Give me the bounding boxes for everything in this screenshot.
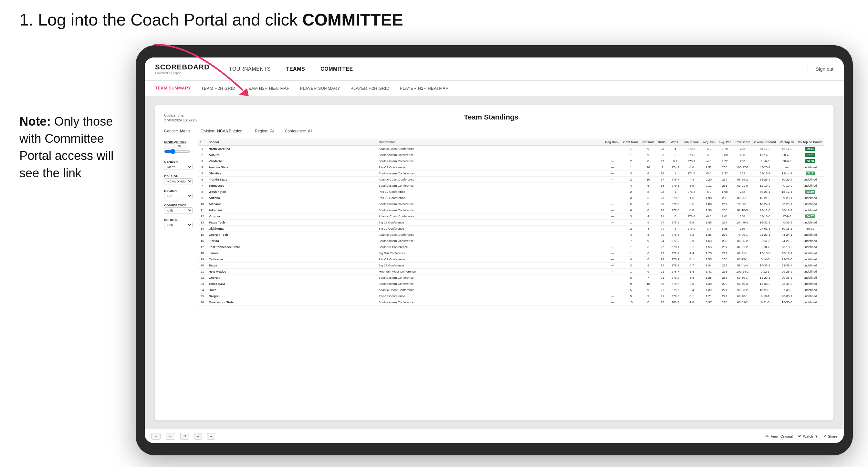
cell-avg-par: 2.77 — [716, 158, 733, 164]
cell-vs-top50: undefined — [796, 269, 825, 275]
cell-overall-record: 16-21-0 — [752, 195, 778, 201]
subnav-player-h2h-grid[interactable]: PLAYER H2H GRID — [350, 85, 390, 92]
min-rounds-min-input[interactable] — [164, 144, 175, 149]
score-value: undefined — [803, 263, 817, 267]
table-row: 2 Auburn Southeastern Conference — 1 9 2… — [198, 152, 825, 158]
min-rounds-slider[interactable] — [164, 149, 190, 154]
cell-adj-score: 274.8 — [682, 170, 701, 176]
cell-avg-sg: 1.85 — [701, 231, 717, 238]
cell-rank: 18 — [198, 250, 207, 256]
conference-select[interactable]: (All) — [164, 207, 192, 214]
cell-rank: 21 — [198, 269, 207, 275]
cell-no-tour: 4 — [641, 225, 656, 231]
cell-vs-top50: 60.57 — [796, 213, 825, 219]
nav-committee[interactable]: COMMITTEE — [320, 65, 353, 73]
cell-rnds: 21 — [656, 293, 669, 299]
cell-reg-rank: — — [603, 146, 621, 152]
cell-adj-score: 276.3 — [682, 189, 701, 195]
cell-conference: Southeastern Conference — [377, 158, 603, 164]
cell-low-score: 268 — [733, 213, 752, 219]
cell-no-tour: 8 — [641, 299, 656, 305]
subnav-player-summary[interactable]: PLAYER SUMMARY — [300, 85, 340, 92]
division-section: Division NCAA Division I — [164, 173, 192, 184]
cell-wins: 6.2 — [669, 158, 682, 164]
tablet-frame: SCOREBOARD Powered by clippd TOURNAMENTS… — [136, 45, 853, 455]
subnav-team-summary[interactable]: TEAM SUMMARY — [155, 84, 191, 92]
cell-conference: Pac-12 Conference — [377, 293, 603, 299]
cell-low-score: 90-33-2 — [733, 287, 752, 293]
table-row: 24 Duke Atlantic Coast Conference — 5 9 … — [198, 287, 825, 293]
division-filter-item: Division: NCAA Division I — [200, 129, 245, 133]
cell-overall-record: 9-19-1 — [752, 293, 778, 299]
cell-overall-record: 43-23-1 — [752, 164, 778, 170]
cell-vs-top50: 87.21 — [796, 152, 825, 158]
cell-rnds: 26 — [656, 231, 669, 238]
toolbar-add-btn[interactable]: + — [194, 433, 202, 440]
toolbar-refresh-btn[interactable]: ↻ — [180, 433, 189, 440]
cell-conf-rank: 10 — [621, 299, 641, 305]
region-select[interactable]: N/A — [164, 193, 192, 199]
cell-avg-sg: -6.0 — [701, 189, 717, 195]
cell-low-score: 76-29-1 — [733, 231, 752, 238]
cell-adj-score: -3.5 — [682, 201, 701, 207]
toolbar-forward-btn[interactable]: → — [166, 433, 175, 440]
cell-low-score: 62-91-1 — [733, 250, 752, 256]
cell-overall-record: 9-12-1 — [752, 269, 778, 275]
cell-avg-par: 221 — [716, 287, 733, 293]
tablet-screen: SCOREBOARD Powered by clippd TOURNAMENTS… — [145, 58, 844, 443]
cell-low-score: 80-25-2 — [733, 238, 752, 244]
cell-vs-top50: undefined — [796, 262, 825, 269]
cell-wins: 275.7 — [669, 176, 682, 183]
cell-school: East Tennessee State — [207, 244, 377, 250]
cell-conf-rank: 1 — [621, 244, 641, 250]
cell-conference: Southeastern Conference — [377, 281, 603, 287]
cell-rnds: 21 — [656, 213, 669, 219]
cell-conf-rank: 8 — [621, 275, 641, 281]
cell-vs-top50: 63.49 — [796, 189, 825, 195]
cell-conf-rank: 2 — [621, 225, 641, 231]
cell-rnds: 24 — [656, 262, 669, 269]
cell-no-tour: 10 — [641, 176, 656, 183]
cell-avg-sg: -6.0 — [701, 213, 717, 219]
subnav-player-h2h-heatmap[interactable]: PLAYER H2H HEATMAP — [400, 85, 448, 92]
cell-conference: Big 12 Conference — [377, 219, 603, 225]
cell-adj-score: -0.7 — [682, 262, 701, 269]
cell-low-score: 96-29-2 — [733, 176, 752, 183]
share-label: Share — [828, 434, 837, 438]
cell-wins: 278.7 — [669, 269, 682, 275]
toolbar-bookmark-btn[interactable]: ● — [207, 433, 215, 440]
cell-rnds: 21 — [656, 275, 669, 281]
cell-rnds: 22 — [656, 244, 669, 250]
cell-vs-top50: undefined — [796, 176, 825, 183]
cell-avg-par: 2.70 — [716, 146, 733, 152]
region-label: Region: — [255, 129, 268, 133]
cell-no-tour: 9 — [641, 146, 656, 152]
nav-teams[interactable]: TEAMS — [286, 65, 305, 73]
cell-avg-par: 271 — [716, 250, 733, 256]
cell-avg-par: 265 — [716, 231, 733, 238]
toolbar-back-btn[interactable]: ← — [151, 433, 160, 440]
cell-rnds: 18 — [656, 170, 669, 176]
subnav-team-h2h-heatmap[interactable]: TEAM H2H HEATMAP — [246, 85, 289, 92]
view-icon: 👁 — [765, 434, 769, 438]
division-select[interactable]: NCAA Division I — [164, 178, 192, 184]
min-rounds-max-input[interactable] — [176, 144, 186, 149]
gender-select[interactable]: Men's — [164, 164, 192, 170]
cell-school: Texas — [207, 262, 377, 269]
cell-vs-top25: — — [778, 164, 796, 170]
toolbar-watch[interactable]: 👁 Watch ▼ — [798, 434, 818, 438]
school-select[interactable]: (All) — [164, 222, 192, 228]
subnav-team-h2h-grid[interactable]: TEAM H2H GRID — [201, 85, 236, 92]
toolbar-view[interactable]: 👁 View: Original — [765, 434, 793, 438]
gender-label: Gender: — [164, 129, 178, 133]
toolbar-share[interactable]: ↗ Share — [824, 434, 837, 438]
sub-nav: TEAM SUMMARY TEAM H2H GRID TEAM H2H HEAT… — [145, 81, 844, 96]
cell-vs-top25: 30-4-0 — [778, 152, 796, 158]
cell-avg-sg: 1.30 — [701, 281, 717, 287]
score-value: 87.21 — [805, 153, 816, 157]
sign-out-link[interactable]: Sign out — [808, 66, 833, 72]
nav-tournaments[interactable]: TOURNAMENTS — [229, 65, 271, 73]
table-row: 26 Mississippi State Southeastern Confer… — [198, 299, 825, 305]
cell-overall-record: 88-17-0 — [752, 146, 778, 152]
region-value: All — [270, 129, 274, 133]
